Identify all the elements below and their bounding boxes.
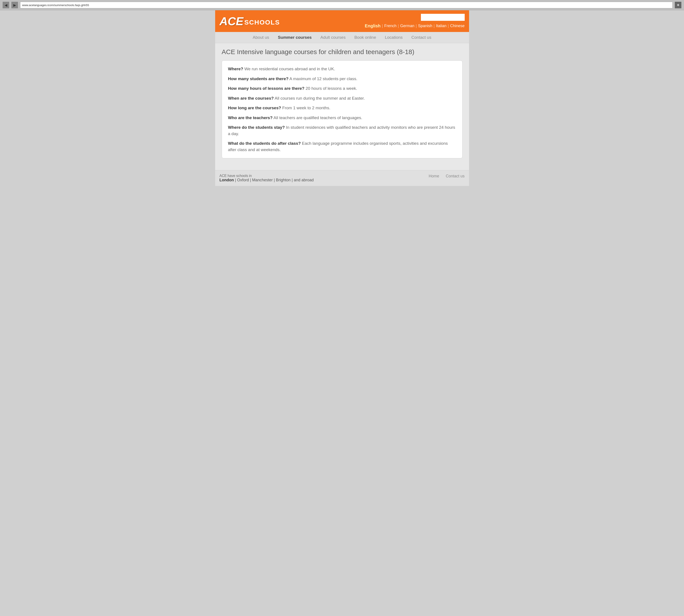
logo-area: ACE SCHOOLS xyxy=(220,16,280,27)
nav-adult-courses[interactable]: Adult courses xyxy=(320,35,346,40)
faq-question-stay: Where do the students stay? xyxy=(228,125,285,130)
faq-answer-when: All courses run during the summer and at… xyxy=(274,96,365,101)
footer-link-contact[interactable]: Contact us xyxy=(446,174,464,178)
lang-french[interactable]: French xyxy=(384,24,396,28)
lang-chinese[interactable]: Chinese xyxy=(450,24,464,28)
address-bar[interactable] xyxy=(20,2,672,8)
footer-schools-info: ACE have schools in London | Oxford | Ma… xyxy=(220,174,314,182)
site-header: ACE SCHOOLS English | French | German | … xyxy=(215,10,469,32)
nav-summer-courses[interactable]: Summer courses xyxy=(278,35,312,40)
lang-english[interactable]: English xyxy=(365,23,381,28)
faq-item-teachers: Who are the teachers? All teachers are q… xyxy=(228,115,456,121)
faq-question-students: How many students are there? xyxy=(228,76,289,81)
faq-item-when: When are the courses? All courses run du… xyxy=(228,95,456,102)
nav-contact-us[interactable]: Contact us xyxy=(411,35,431,40)
faq-box: Where? We run residential courses abroad… xyxy=(222,61,462,158)
footer-links: Home Contact us xyxy=(429,174,464,178)
footer-schools-list: London | Oxford | Manchester | Brighton … xyxy=(220,178,314,182)
faq-question-how-long: How long are the courses? xyxy=(228,106,281,110)
faq-item-hours: How many hours of lessons are there? 20 … xyxy=(228,85,456,92)
logo-schools: SCHOOLS xyxy=(244,19,280,26)
main-nav: About us Summer courses Adult courses Bo… xyxy=(215,32,469,43)
footer-schools-rest: | Oxford | Manchester | Brighton | and a… xyxy=(234,178,314,182)
footer-schools-label: ACE have schools in xyxy=(220,174,314,178)
faq-answer-where: We run residential courses abroad and in… xyxy=(243,67,335,71)
faq-answer-students: A maximum of 12 students per class. xyxy=(289,76,358,81)
back-button[interactable]: ◀ xyxy=(3,2,9,8)
nav-about-us[interactable]: About us xyxy=(253,35,269,40)
faq-item-stay: Where do the students stay? In student r… xyxy=(228,124,456,137)
content-area: ACE Intensive language courses for child… xyxy=(215,43,469,170)
lang-italian[interactable]: Italian xyxy=(436,24,447,28)
forward-button[interactable]: ▶ xyxy=(12,2,18,8)
lang-german[interactable]: German xyxy=(400,24,414,28)
logo-ace: ACE xyxy=(220,16,244,27)
faq-question-where: Where? xyxy=(228,67,244,71)
faq-question-when: When are the courses? xyxy=(228,96,274,101)
zoom-button[interactable]: + xyxy=(675,2,681,8)
browser-chrome: ◀ ▶ + xyxy=(0,0,684,10)
footer-schools-london: London xyxy=(220,178,234,182)
faq-answer-how-long: From 1 week to 2 months. xyxy=(281,106,330,110)
footer-link-home[interactable]: Home xyxy=(429,174,439,178)
faq-question-after-class: What do the students do after class? xyxy=(228,141,301,146)
faq-answer-teachers: All teachers are qualified teachers of l… xyxy=(273,115,362,120)
faq-item-students: How many students are there? A maximum o… xyxy=(228,76,456,82)
nav-book-online[interactable]: Book online xyxy=(355,35,376,40)
faq-item-after-class: What do the students do after class? Eac… xyxy=(228,140,456,153)
faq-question-teachers: Who are the teachers? xyxy=(228,115,273,120)
faq-item-where: Where? We run residential courses abroad… xyxy=(228,66,456,72)
faq-answer-hours: 20 hours of lessons a week. xyxy=(304,86,357,91)
search-input[interactable] xyxy=(421,14,465,21)
language-nav: English | French | German | Spanish | It… xyxy=(365,23,465,28)
site-footer: ACE have schools in London | Oxford | Ma… xyxy=(215,170,469,186)
page-title: ACE Intensive language courses for child… xyxy=(222,47,462,56)
faq-question-hours: How many hours of lessons are there? xyxy=(228,86,304,91)
nav-locations[interactable]: Locations xyxy=(385,35,403,40)
page-wrapper: ACE SCHOOLS English | French | German | … xyxy=(215,10,469,186)
header-right: English | French | German | Spanish | It… xyxy=(365,14,465,28)
lang-spanish[interactable]: Spanish xyxy=(418,24,432,28)
faq-item-how-long: How long are the courses? From 1 week to… xyxy=(228,105,456,111)
